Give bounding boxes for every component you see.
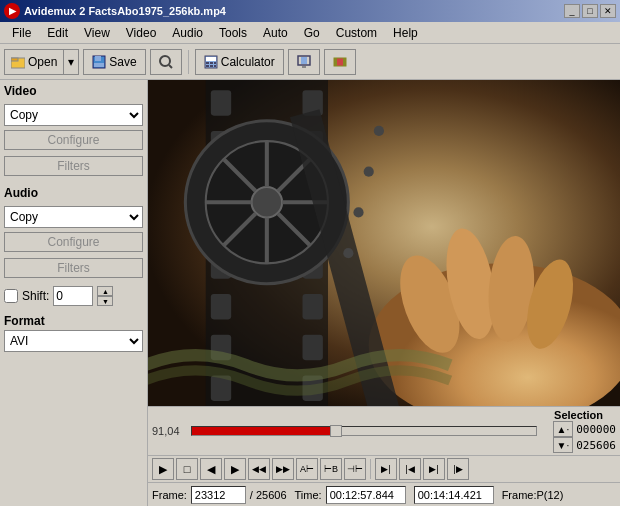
save-button[interactable]: Save (83, 49, 145, 75)
format-select[interactable]: AVI (4, 330, 143, 352)
menu-item-file[interactable]: File (4, 24, 39, 42)
prev-keyframe-button[interactable]: ▶| (375, 458, 397, 480)
mark-b-button[interactable]: ⊢B (320, 458, 342, 480)
open-main-button[interactable]: Open (5, 50, 64, 74)
menubar: FileEditViewVideoAudioToolsAutoGoCustomH… (0, 22, 620, 44)
calculator-label: Calculator (221, 55, 275, 69)
video-content (148, 80, 620, 406)
magnify-icon (159, 55, 173, 69)
menu-item-view[interactable]: View (76, 24, 118, 42)
frame-field: Frame: / 25606 (152, 486, 287, 504)
folder-icon (11, 55, 25, 69)
svg-rect-10 (210, 62, 213, 64)
slider-thumb[interactable] (330, 425, 342, 437)
svg-point-57 (364, 167, 374, 177)
timeline-slider[interactable] (191, 426, 537, 436)
svg-rect-16 (301, 57, 307, 64)
shift-down-button[interactable]: ▼ (97, 296, 113, 306)
time-b-field (414, 486, 494, 504)
selection-b-row: ▼· 025606 (553, 437, 616, 453)
audio-configure-button[interactable]: Configure (4, 232, 143, 252)
save-icon (92, 55, 106, 69)
video-filters-button[interactable]: Filters (4, 156, 143, 176)
prev-frame-button[interactable]: ◀ (200, 458, 222, 480)
menu-item-tools[interactable]: Tools (211, 24, 255, 42)
film-icon (333, 55, 347, 69)
next-frame-button[interactable]: ▶ (224, 458, 246, 480)
next-keyframe-button[interactable]: |◀ (399, 458, 421, 480)
mark-a-button[interactable]: A⊢ (296, 458, 318, 480)
frame-counter-display: 91,04 (152, 425, 187, 437)
fast-forward-button[interactable]: ▶▶ (272, 458, 294, 480)
total-frames: / 25606 (250, 489, 287, 501)
timeline-row: 91,04 Selection ▲· 000000 ▼· 025606 (148, 406, 620, 455)
menu-item-help[interactable]: Help (385, 24, 426, 42)
status-bar: Frame: / 25606 Time: Frame:P(12) (148, 482, 620, 506)
shift-checkbox[interactable] (4, 289, 18, 303)
go-start-button[interactable]: ▶| (423, 458, 445, 480)
time-field: Time: (295, 486, 406, 504)
menu-item-go[interactable]: Go (296, 24, 328, 42)
audio-codec-select[interactable]: Copy (4, 206, 143, 228)
svg-rect-17 (302, 66, 306, 68)
svg-rect-14 (214, 65, 216, 67)
video-codec-select[interactable]: Copy (4, 104, 143, 126)
selection-a-row: ▲· 000000 (553, 421, 616, 437)
frame-type-field: Frame:P(12) (502, 489, 564, 501)
close-button[interactable]: ✕ (600, 4, 616, 18)
play-button[interactable]: ▶ (152, 458, 174, 480)
save-label: Save (109, 55, 136, 69)
content-area: Video Copy Configure Filters Audio Copy … (0, 80, 620, 506)
rewind-button[interactable]: ◀◀ (248, 458, 270, 480)
minimize-button[interactable]: _ (564, 4, 580, 18)
menu-item-edit[interactable]: Edit (39, 24, 76, 42)
time-input[interactable] (326, 486, 406, 504)
selection-a-value: 000000 (576, 423, 616, 436)
go-end-button[interactable]: |▶ (447, 458, 469, 480)
toolbar: Open ▾ Save (0, 44, 620, 80)
svg-rect-12 (206, 65, 209, 67)
selection-b-button[interactable]: ▼· (553, 437, 574, 453)
svg-rect-28 (211, 294, 231, 319)
unknown-button-2[interactable] (288, 49, 320, 75)
selection-b-value: 025606 (576, 439, 616, 452)
svg-rect-1 (11, 58, 18, 61)
unknown-button-1[interactable] (150, 49, 182, 75)
svg-rect-8 (206, 57, 216, 61)
monitor-icon (297, 55, 311, 69)
unknown-button-3[interactable] (324, 49, 356, 75)
svg-point-5 (160, 56, 170, 66)
frame-input[interactable] (191, 486, 246, 504)
time-b-input[interactable] (414, 486, 494, 504)
format-row: AVI (4, 330, 143, 352)
open-dropdown-arrow[interactable]: ▾ (64, 50, 78, 74)
video-configure-button[interactable]: Configure (4, 130, 143, 150)
svg-point-59 (343, 248, 353, 258)
stop-button[interactable]: □ (176, 458, 198, 480)
open-button-group[interactable]: Open ▾ (4, 49, 79, 75)
svg-rect-9 (206, 62, 209, 64)
shift-input[interactable]: 0 (53, 286, 93, 306)
app-icon: ▶ (4, 3, 20, 19)
transport-sep (370, 459, 371, 479)
audio-filters-button[interactable]: Filters (4, 258, 143, 278)
titlebar: ▶ Avidemux 2 FactsAbo1975_256kb.mp4 _ □ … (0, 0, 620, 22)
svg-rect-3 (95, 56, 101, 61)
maximize-button[interactable]: □ (582, 4, 598, 18)
calculator-icon (204, 55, 218, 69)
transport-row: ▶ □ ◀ ▶ ◀◀ ▶▶ A⊢ ⊢B ⊣⊢ ▶| |◀ ▶| |▶ (148, 455, 620, 482)
selection-a-button[interactable]: ▲· (553, 421, 574, 437)
audio-codec-row: Copy (4, 206, 143, 228)
frame-label: Frame: (152, 489, 187, 501)
menu-item-audio[interactable]: Audio (164, 24, 211, 42)
shift-up-button[interactable]: ▲ (97, 286, 113, 296)
calculator-button[interactable]: Calculator (195, 49, 284, 75)
menu-item-auto[interactable]: Auto (255, 24, 296, 42)
shift-row: Shift: 0 ▲ ▼ (4, 286, 143, 306)
format-section-label: Format (4, 314, 143, 328)
cut-button[interactable]: ⊣⊢ (344, 458, 366, 480)
app-window: ▶ Avidemux 2 FactsAbo1975_256kb.mp4 _ □ … (0, 0, 620, 506)
menu-item-video[interactable]: Video (118, 24, 164, 42)
menu-item-custom[interactable]: Custom (328, 24, 385, 42)
format-section: Format AVI (4, 314, 143, 352)
